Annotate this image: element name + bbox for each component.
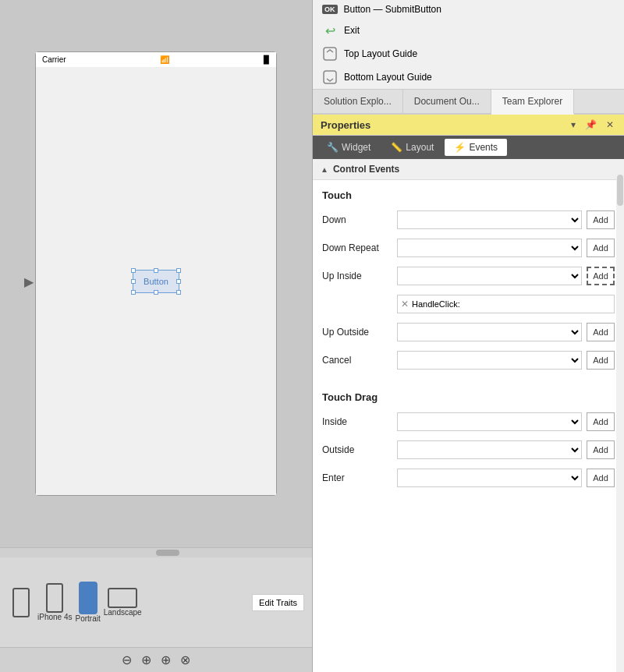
properties-controls: ▾ 📌 ✕ <box>569 118 616 131</box>
handler-tag-up-inside: ✕ HandleClick: <box>397 295 615 313</box>
prop-tab-widget[interactable]: 🔧 Widget <box>317 139 380 156</box>
event-add-btn-down[interactable]: Add <box>587 210 615 229</box>
events-icon: ⚡ <box>454 142 466 153</box>
simulator-bottom: iPhone 4s Portrait Landscape Edit Traits… <box>0 547 312 672</box>
wifi-icon: 📶 <box>160 55 169 64</box>
ok-badge: OK <box>322 5 338 14</box>
resize-handle-bl[interactable] <box>131 290 136 295</box>
button-widget-label: Button <box>144 277 168 286</box>
resize-handle-tm[interactable] <box>154 268 158 273</box>
event-row-up-inside: Up Inside Add <box>313 263 624 288</box>
button-widget[interactable]: Button <box>133 270 179 293</box>
event-select-outside[interactable] <box>397 440 582 459</box>
device-controls: iPhone 4s Portrait Landscape Edit Traits <box>0 557 312 647</box>
scene-item-exit[interactable]: ↩ Exit <box>313 19 624 42</box>
resize-handle-br[interactable] <box>176 290 181 295</box>
resize-handle-bm[interactable] <box>154 290 158 295</box>
bottom-layout-label: Bottom Layout Guide <box>344 72 432 83</box>
event-select-inside[interactable] <box>397 412 582 431</box>
zoom-out-button[interactable]: ⊖ <box>122 653 132 667</box>
prop-tab-events[interactable]: ⚡ Events <box>445 139 507 156</box>
properties-pin-btn[interactable]: 📌 <box>583 118 599 131</box>
tab-team-explorer[interactable]: Team Explorer <box>491 90 574 115</box>
event-select-enter[interactable] <box>397 469 582 487</box>
resize-handle-mr[interactable] <box>176 279 181 284</box>
iphonese-outline <box>12 588 30 617</box>
carrier-text: Carrier <box>42 55 66 64</box>
properties-dropdown-btn[interactable]: ▾ <box>569 118 578 131</box>
properties-close-btn[interactable]: ✕ <box>604 118 616 131</box>
events-tab-label: Events <box>469 142 498 153</box>
edit-traits-button[interactable]: Edit Traits <box>252 594 304 611</box>
event-add-btn-inside[interactable]: Add <box>587 412 615 431</box>
event-select-cancel[interactable] <box>397 351 582 370</box>
event-add-btn-enter[interactable]: Add <box>587 469 615 487</box>
scroll-thumb-h[interactable] <box>156 550 179 556</box>
section-triangle: ▲ <box>321 165 328 174</box>
submit-button-text: Button — SubmitButton <box>344 4 441 15</box>
scrollbar-thumb[interactable] <box>617 175 623 206</box>
resize-handle-ml[interactable] <box>131 279 136 284</box>
prop-tab-layout[interactable]: 📏 Layout <box>381 139 443 156</box>
event-label-down-repeat: Down Repeat <box>322 242 392 253</box>
event-label-up-outside: Up Outside <box>322 327 392 338</box>
properties-header: Properties ▾ 📌 ✕ <box>313 115 624 136</box>
zoom-in-button[interactable]: ⊕ <box>141 653 151 667</box>
iphone4s-label: iPhone 4s <box>37 613 72 621</box>
section-title: Control Events <box>333 164 399 175</box>
event-label-outside: Outside <box>322 444 392 455</box>
scene-item-bottom-layout[interactable]: Bottom Layout Guide <box>313 65 624 89</box>
phone-content: ▶ Button <box>36 68 276 495</box>
event-add-btn-up-outside[interactable]: Add <box>587 323 615 341</box>
event-add-btn-cancel[interactable]: Add <box>587 351 615 370</box>
event-select-up-inside[interactable] <box>397 267 582 285</box>
tab-document-outline[interactable]: Document Ou... <box>403 90 491 113</box>
event-select-up-outside[interactable] <box>397 323 582 341</box>
iphone4s-icon[interactable] <box>46 583 63 613</box>
tab-solution-explorer[interactable]: Solution Explo... <box>313 90 403 113</box>
handler-tag-close[interactable]: ✕ <box>401 299 409 309</box>
properties-tabs: 🔧 Widget 📏 Layout ⚡ Events <box>313 136 624 159</box>
phone-container: Carrier 📶 ▉ ▶ Button <box>0 0 312 547</box>
event-select-down-repeat[interactable] <box>397 239 582 257</box>
event-row-down: Down Add <box>313 207 624 232</box>
scene-item-top-layout[interactable]: Top Layout Guide <box>313 42 624 65</box>
layout-icon: 📏 <box>391 142 402 153</box>
portrait-label: Portrait <box>75 614 100 623</box>
exit-label: Exit <box>344 25 360 36</box>
zoom-controls: ⊖ ⊕ ⊕ ⊗ <box>0 647 312 672</box>
event-add-btn-outside[interactable]: Add <box>587 440 615 459</box>
horizontal-scrollbar[interactable] <box>0 548 312 557</box>
event-add-btn-down-repeat[interactable]: Add <box>587 239 615 257</box>
event-label-down: Down <box>322 214 392 225</box>
event-add-btn-up-inside[interactable]: Add <box>587 267 615 285</box>
event-row-down-repeat: Down Repeat Add <box>313 235 624 260</box>
device-group-iphone4s: iPhone 4s <box>37 583 72 621</box>
touch-label: Touch <box>313 186 624 207</box>
device-icon-iphonese[interactable] <box>8 585 34 621</box>
landscape-icon[interactable] <box>108 588 137 608</box>
device-group-landscape: Landscape <box>104 588 142 617</box>
widget-icon: 🔧 <box>327 142 339 153</box>
right-panel: OK Button — SubmitButton ↩ Exit Top Layo… <box>312 0 624 672</box>
vertical-scrollbar[interactable] <box>616 159 624 672</box>
resize-handle-tr[interactable] <box>176 268 181 273</box>
event-label-enter: Enter <box>322 472 392 483</box>
landscape-label: Landscape <box>104 608 142 617</box>
event-select-down[interactable] <box>397 210 582 229</box>
resize-handle-tl[interactable] <box>131 268 136 273</box>
properties-content: ▲ Control Events Touch Down Add Down Rep… <box>313 159 624 672</box>
event-label-inside: Inside <box>322 416 392 427</box>
touch-drag-label: Touch Drag <box>313 388 624 409</box>
top-layout-icon <box>322 46 338 62</box>
section-header-control-events: ▲ Control Events <box>313 159 624 180</box>
event-row-enter: Enter Add <box>313 465 624 490</box>
zoom-fit-button[interactable]: ⊕ <box>161 653 171 667</box>
widget-tab-label: Widget <box>342 142 370 153</box>
zoom-reset-button[interactable]: ⊗ <box>180 653 190 667</box>
portrait-icon[interactable] <box>79 582 98 614</box>
layout-tab-label: Layout <box>406 142 434 153</box>
submit-button-row: OK Button — SubmitButton <box>313 0 624 19</box>
bottom-layout-icon <box>322 69 338 85</box>
exit-icon: ↩ <box>322 23 338 38</box>
